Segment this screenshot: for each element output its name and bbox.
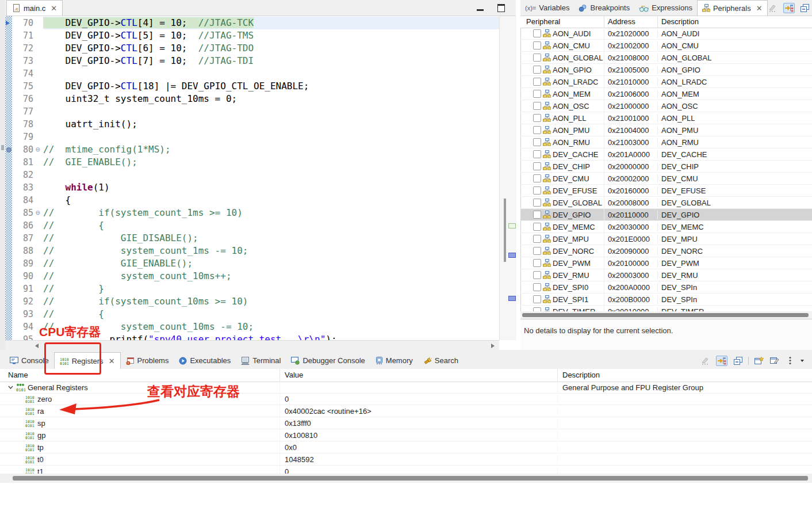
code-line-81[interactable]: 81// GIE_ENABLE(); <box>5 156 499 169</box>
peripheral-checkbox[interactable] <box>533 162 541 170</box>
peripheral-row-DEV_PWM[interactable]: DEV_PWM0x20100000DEV_PWM <box>520 257 812 269</box>
peripheral-row-AON_GPIO[interactable]: AON_GPIO0x21005000AON_GPIO <box>520 64 812 76</box>
collapse-all-icon[interactable] <box>733 356 743 365</box>
code-line-86[interactable]: 86// { <box>5 219 499 232</box>
peripheral-checkbox[interactable] <box>533 90 541 98</box>
peripheral-checkbox[interactable] <box>533 66 541 74</box>
peripheral-row-DEV_EFUSE[interactable]: DEV_EFUSE0x20160000DEV_EFUSE <box>520 185 812 197</box>
peripheral-checkbox[interactable] <box>533 114 541 122</box>
overview-marker-info[interactable] <box>508 296 516 301</box>
peripheral-checkbox[interactable] <box>533 307 541 311</box>
view-menu-dropdown-icon[interactable] <box>800 360 804 362</box>
tab-memory[interactable]: Memory <box>370 352 418 369</box>
scroll-right-icon[interactable] <box>491 344 495 348</box>
scroll-left-icon[interactable] <box>35 344 39 348</box>
code-line-73[interactable]: 73 DEV_GPIO->CTL[7] = 10; //JTAG-TDI <box>5 55 499 67</box>
code-line-93[interactable]: 93// { <box>5 308 499 321</box>
peripheral-row-DEV_SPI1[interactable]: DEV_SPI10x200B0000DEV_SPIn <box>520 294 812 306</box>
tab-terminal[interactable]: Terminal <box>236 352 286 369</box>
registers-scrollbar-thumb[interactable] <box>13 476 808 481</box>
minimize-view-icon[interactable] <box>477 9 484 11</box>
code-line-87[interactable]: 87// GIE_DISABLE(); <box>5 232 499 245</box>
peripheral-row-DEV_MEMC[interactable]: DEV_MEMC0x20030000DEV_MEMC <box>520 221 812 233</box>
peripheral-checkbox[interactable] <box>533 29 541 37</box>
peripheral-checkbox[interactable] <box>533 126 541 134</box>
tab-variables[interactable]: (x)= Variables <box>520 0 574 16</box>
peripheral-row-DEV_RMU[interactable]: DEV_RMU0x20003000DEV_RMU <box>520 269 812 281</box>
peripheral-row-AON_OSC[interactable]: AON_OSC0x21000000AON_OSC <box>520 100 812 112</box>
close-icon[interactable]: ✕ <box>756 4 763 13</box>
peripheral-checkbox[interactable] <box>533 259 541 267</box>
code-line-75[interactable]: 75 DEV_GPIO->CTL[18] |= DEV_GPIO_CTL_OE_… <box>5 80 499 93</box>
peripheral-checkbox[interactable] <box>533 102 541 110</box>
peripheral-row-AON_CMU[interactable]: AON_CMU0x21002000AON_CMU <box>520 40 812 52</box>
peripheral-row-AON_GLOBAL[interactable]: AON_GLOBAL0x21008000AON_GLOBAL <box>520 52 812 64</box>
peripheral-checkbox[interactable] <box>533 223 541 231</box>
peripheral-row-DEV_TIMER[interactable]: DEV_TIMER0x20010000DEV_TIMER <box>520 306 812 311</box>
peripheral-row-DEV_NORC[interactable]: DEV_NORC0x20090000DEV_NORC <box>520 245 812 257</box>
column-header-peripheral[interactable]: Peripheral <box>520 16 604 28</box>
maximize-view-icon[interactable] <box>497 4 505 12</box>
minimized-view-icon[interactable] <box>1 145 4 150</box>
tab-expressions[interactable]: x= Expressions <box>634 0 697 16</box>
code-line-82[interactable]: 82 <box>5 169 499 181</box>
peripheral-checkbox[interactable] <box>533 211 541 219</box>
code-line-74[interactable]: 74 <box>5 67 499 80</box>
code-line-89[interactable]: 89// GIE_ENABLE(); <box>5 257 499 270</box>
peripheral-row-DEV_SPI0[interactable]: DEV_SPI00x200A0000DEV_SPIn <box>520 281 812 294</box>
link-with-editor-icon[interactable] <box>783 3 795 13</box>
column-header-value[interactable]: Value <box>280 369 558 382</box>
peripheral-checkbox[interactable] <box>533 41 541 49</box>
tab-main-c[interactable]: .c main.c ✕ <box>6 0 63 16</box>
peripheral-row-AON_RMU[interactable]: AON_RMU0x21003000AON_RMU <box>520 136 812 148</box>
peripheral-row-AON_PLL[interactable]: AON_PLL0x21001000AON_PLL <box>520 112 812 124</box>
overview-marker-occurrence[interactable] <box>508 223 516 228</box>
editor-vertical-scrollbar[interactable] <box>504 199 506 262</box>
tab-search[interactable]: Search <box>418 352 464 369</box>
code-line-80[interactable]: 80⊖// mtime_config(1*MS); <box>5 143 499 156</box>
peripheral-row-AON_PMU[interactable]: AON_PMU0x21004000AON_PMU <box>520 124 812 136</box>
register-row-sp[interactable]: 10100101sp0x13fff0 <box>0 417 812 429</box>
register-row-t0[interactable]: 10100101t01048592 <box>0 453 812 466</box>
code-line-72[interactable]: 72 DEV_GPIO->CTL[6] = 10; //JTAG-TDO <box>5 42 499 55</box>
close-icon[interactable]: ✕ <box>109 357 115 365</box>
peripheral-checkbox[interactable] <box>533 199 541 207</box>
code-line-90[interactable]: 90// system_count_10ms++; <box>5 270 499 283</box>
peripheral-row-DEV_CMU[interactable]: DEV_CMU0x20002000DEV_CMU <box>520 173 812 185</box>
code-line-91[interactable]: 91// } <box>5 283 499 295</box>
peripheral-checkbox[interactable] <box>533 78 541 86</box>
peripheral-checkbox[interactable] <box>533 271 541 279</box>
register-row-tp[interactable]: 10100101tp0x0 <box>0 441 812 453</box>
peripheral-checkbox[interactable] <box>533 283 541 291</box>
overview-marker-info[interactable] <box>508 253 516 258</box>
code-line-78[interactable]: 78 uatrt_init(); <box>5 118 499 131</box>
tab-executables[interactable]: Executables <box>174 352 236 369</box>
collapse-all-icon[interactable] <box>800 3 810 13</box>
peripheral-checkbox[interactable] <box>533 174 541 182</box>
peripheral-row-AON_LRADC[interactable]: AON_LRADC0x21010000AON_LRADC <box>520 76 812 88</box>
fold-minus-icon[interactable]: ⊖ <box>36 207 43 219</box>
pin-view-icon[interactable] <box>769 356 780 365</box>
peripheral-row-DEV_CACHE[interactable]: DEV_CACHE0x201A0000DEV_CACHE <box>520 148 812 161</box>
code-line-79[interactable]: 79 <box>5 131 499 143</box>
peripheral-checkbox[interactable] <box>533 138 541 146</box>
code-line-83[interactable]: 83 while(1) <box>5 181 499 194</box>
peripheral-checkbox[interactable] <box>533 247 541 255</box>
link-with-editor-icon[interactable] <box>716 356 727 366</box>
column-header-description[interactable]: Description <box>658 16 812 28</box>
code-line-71[interactable]: 71 DEV_GPIO->CTL[5] = 10; //JTAG-TMS <box>5 29 499 42</box>
peripheral-checkbox[interactable] <box>533 235 541 243</box>
peripheral-row-DEV_MPU[interactable]: DEV_MPU0x201E0000DEV_MPU <box>520 233 812 245</box>
editor-overview-ruler[interactable] <box>499 16 516 340</box>
code-line-84[interactable]: 84 { <box>5 194 499 207</box>
column-header-address[interactable]: Address <box>604 16 658 28</box>
peripherals-scrollbar-thumb[interactable] <box>522 313 809 317</box>
register-row-gp[interactable]: 10100101gp0x100810 <box>0 429 812 441</box>
tab-breakpoints[interactable]: Breakpoints <box>574 0 634 16</box>
chevron-expand-icon[interactable] <box>8 385 13 390</box>
code-line-85[interactable]: 85⊖// if(system_count_1ms >= 10) <box>5 207 499 219</box>
column-header-description[interactable]: Description <box>558 369 812 382</box>
peripheral-row-AON_MEM[interactable]: AON_MEM0x21006000AON_MEM <box>520 88 812 100</box>
peripheral-row-DEV_GPIO[interactable]: DEV_GPIO0x20110000DEV_GPIO <box>520 209 812 221</box>
column-header-name[interactable]: Name <box>0 369 280 382</box>
